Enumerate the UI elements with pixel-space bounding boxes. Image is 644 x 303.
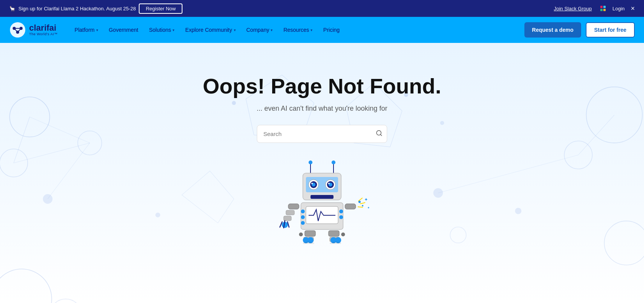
nav-explore-community[interactable]: Explore Community ▾ [181,24,240,36]
svg-rect-67 [345,204,356,209]
announcement-emoji-left: 🦙 [9,6,15,11]
svg-point-27 [450,227,466,243]
svg-point-57 [301,221,305,225]
svg-line-29 [578,115,614,155]
svg-point-82 [341,233,345,236]
svg-point-28 [604,221,644,265]
main-content: Oops! Page Not Found. ... even AI can't … [0,43,644,303]
svg-rect-77 [329,231,339,236]
chevron-down-icon: ▾ [96,28,98,32]
svg-line-30 [438,155,578,193]
svg-rect-1 [603,6,606,8]
svg-line-68 [358,198,362,201]
svg-point-35 [515,208,522,214]
start-free-button[interactable]: Start for free [586,22,635,38]
svg-point-24 [586,87,642,143]
svg-point-15 [0,269,52,303]
svg-rect-0 [600,6,603,8]
svg-point-59 [339,215,343,219]
svg-point-25 [564,141,592,169]
svg-rect-73 [305,231,315,236]
svg-line-37 [380,134,381,135]
svg-line-20 [48,143,90,199]
navbar: clarifai The World's AI™ Platform ▾ Gove… [0,17,644,43]
svg-point-47 [311,183,313,184]
svg-text:✦: ✦ [364,197,368,202]
nav-items: Platform ▾ Government Solutions ▾ Explor… [70,24,521,36]
nav-cta: Request a demo Start for free [524,22,635,38]
search-button[interactable] [376,129,383,138]
svg-rect-3 [603,9,606,11]
svg-point-12 [0,149,28,177]
error-subtitle: ... even AI can't find what you're looki… [256,105,387,113]
svg-point-71 [358,201,361,203]
chevron-down-icon: ▾ [172,28,174,32]
announcement-right: Join Slack Group Login × [554,5,635,12]
close-announcement-button[interactable]: × [631,5,635,12]
logo-name: clarifai [29,23,58,33]
svg-point-26 [433,188,443,198]
announcement-text: Sign up for Clarifai Llama 2 Hackathon. … [18,6,136,11]
svg-line-70 [358,207,363,207]
svg-rect-52 [310,195,334,199]
svg-point-14 [43,194,53,204]
robot-svg: ✦ ✦ [272,152,372,244]
svg-point-33 [440,121,444,125]
nav-platform[interactable]: Platform ▾ [70,24,103,36]
request-demo-button[interactable]: Request a demo [524,22,581,38]
svg-point-72 [362,205,363,206]
search-container [257,125,387,143]
nav-resources[interactable]: Resources ▾ [279,24,317,36]
svg-point-34 [155,213,160,218]
svg-point-39 [309,161,312,164]
logo-text: clarifai The World's AI™ [29,23,58,36]
svg-point-51 [328,183,330,184]
announcement-bar: 🦙 Sign up for Clarifai Llama 2 Hackathon… [0,0,644,17]
nav-solutions[interactable]: Solutions ▾ [145,24,179,36]
chevron-down-icon: ▾ [310,28,312,32]
svg-rect-61 [286,210,294,215]
svg-point-31 [232,101,236,105]
error-title: Oops! Page Not Found. [203,74,441,98]
search-input[interactable] [257,125,387,143]
svg-point-81 [299,233,303,236]
svg-point-56 [301,215,305,219]
svg-point-4 [10,22,25,38]
logo-icon [9,21,26,38]
svg-line-18 [14,143,90,163]
nav-company[interactable]: Company ▾ [242,24,278,36]
slack-icon [600,5,606,12]
svg-text:✦: ✦ [367,206,370,210]
search-icon [376,129,383,136]
svg-point-16 [50,299,82,303]
join-slack-link[interactable]: Join Slack Group [554,6,592,11]
register-now-button[interactable]: Register Now [139,3,182,14]
nav-pricing[interactable]: Pricing [319,24,344,36]
svg-point-58 [339,210,343,213]
nav-government[interactable]: Government [104,24,143,36]
svg-line-69 [360,203,365,204]
svg-marker-22 [182,171,234,223]
logo-tagline: The World's AI™ [29,33,58,36]
login-link[interactable]: Login [613,6,625,11]
svg-point-41 [332,161,335,164]
svg-point-55 [301,210,305,213]
svg-line-17 [14,117,30,163]
svg-rect-60 [288,204,299,209]
svg-rect-62 [284,216,291,221]
svg-point-13 [78,131,102,155]
logo[interactable]: clarifai The World's AI™ [9,21,58,38]
robot-illustration: ✦ ✦ [272,152,372,246]
svg-point-11 [10,97,49,137]
chevron-down-icon: ▾ [234,28,236,32]
svg-line-19 [30,117,90,143]
announcement-left: 🦙 Sign up for Clarifai Llama 2 Hackathon… [9,3,182,14]
chevron-down-icon: ▾ [271,28,273,32]
svg-rect-2 [600,9,603,11]
